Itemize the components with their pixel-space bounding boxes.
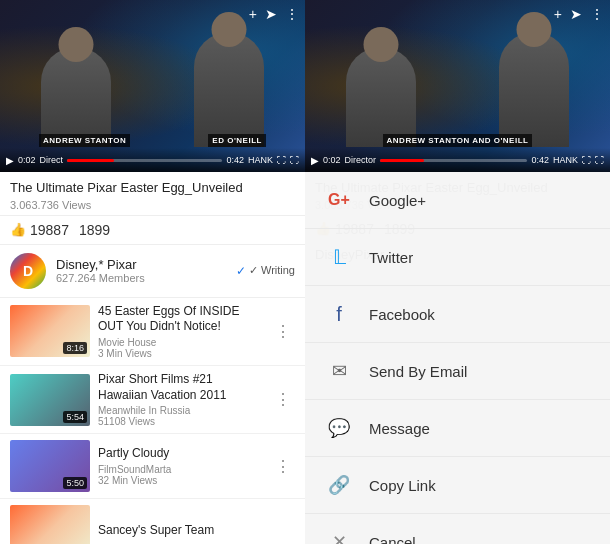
right-screen-icon[interactable]: ⛶ <box>582 155 591 165</box>
share-icon-top[interactable]: ➤ <box>265 6 277 22</box>
right-time-current: 0:02 <box>323 155 341 165</box>
share-copy-link[interactable]: 🔗 Copy Link <box>305 457 610 514</box>
time-label: Direct <box>40 155 64 165</box>
facebook-label: Facebook <box>369 306 435 323</box>
playlist-info-3: Sancey's Super Team <box>98 523 295 539</box>
thumbs-up-icon: 👍 <box>10 222 26 237</box>
channel-row: D Disney,* Pixar 627.264 Members ✓ ✓ Wri… <box>0 245 305 298</box>
person1-silhouette <box>41 47 111 147</box>
person2-silhouette <box>194 32 264 147</box>
right-ctrl-icons: HANK ⛶ ⛶ <box>553 155 604 165</box>
cancel-icon: ✕ <box>325 528 353 544</box>
more-icon-top[interactable]: ⋮ <box>285 6 299 22</box>
share-cancel[interactable]: ✕ Cancel <box>305 514 610 544</box>
right-more-icon-top[interactable]: ⋮ <box>590 6 604 22</box>
playlist-title-2: Partly Cloudy <box>98 446 263 462</box>
list-item[interactable]: 5:54 Pixar Short Films #21 Hawaiian Vaca… <box>0 366 305 434</box>
link-icon: 🔗 <box>325 471 353 499</box>
playlist-title-0: 45 Easter Eggs Of INSIDE OUT You Didn't … <box>98 304 263 335</box>
thumb-3 <box>10 505 90 544</box>
right-fullscreen-icon[interactable]: ⛶ <box>595 155 604 165</box>
cancel-label: Cancel <box>369 534 416 545</box>
playlist-channel-0: Movie House <box>98 337 263 348</box>
video-controls: ▶ 0:02 Direct 0:42 HANK ⛶ ⛶ <box>0 148 305 172</box>
fullscreen-icon[interactable]: ⛶ <box>290 155 299 165</box>
playlist-info-1: Pixar Short Films #21 Hawaiian Vacation … <box>98 372 263 427</box>
playlist-views-1: 51108 Views <box>98 416 263 427</box>
right-add-icon[interactable]: + <box>554 6 562 22</box>
cc-label: HANK <box>248 155 273 165</box>
thumb-0: 8:16 <box>10 305 90 357</box>
progress-fill <box>67 159 114 162</box>
channel-avatar[interactable]: D <box>10 253 46 289</box>
share-email[interactable]: ✉ Send By Email <box>305 343 610 400</box>
playlist-info-2: Partly Cloudy FilmSoundMarta 32 Min View… <box>98 446 263 486</box>
message-label: Message <box>369 420 430 437</box>
ctrl-icons: HANK ⛶ ⛶ <box>248 155 299 165</box>
check-icon: ✓ <box>236 264 246 278</box>
right-progress-bar[interactable] <box>380 159 527 162</box>
playlist-title-3: Sancey's Super Team <box>98 523 295 539</box>
share-message[interactable]: 💬 Message <box>305 400 610 457</box>
right-share-icon-top[interactable]: ➤ <box>570 6 582 22</box>
right-video-top-bar: + ➤ ⋮ <box>554 6 604 22</box>
playlist-channel-2: FilmSoundMarta <box>98 464 263 475</box>
copy-link-label: Copy Link <box>369 477 436 494</box>
thumb-2: 5:50 <box>10 440 90 492</box>
more-button-1[interactable]: ⋮ <box>271 386 295 413</box>
duration-1: 5:54 <box>63 411 87 423</box>
more-button-2[interactable]: ⋮ <box>271 453 295 480</box>
left-panel: ANDREW STANTON ED O'NEILL + ➤ ⋮ ▶ 0:02 D… <box>0 0 305 544</box>
email-label: Send By Email <box>369 363 467 380</box>
thumb-1: 5:54 <box>10 374 90 426</box>
right-video-controls: ▶ 0:02 Director 0:42 HANK ⛶ ⛶ <box>305 148 610 172</box>
right-video[interactable]: ANDREW STANTON And O'NEILL + ➤ ⋮ ▶ 0:02 … <box>305 0 610 172</box>
progress-bar[interactable] <box>67 159 222 162</box>
playlist-views-2: 32 Min Views <box>98 475 263 486</box>
duration-2: 5:50 <box>63 477 87 489</box>
channel-members: 627.264 Members <box>56 272 236 284</box>
dislike-count: 1899 <box>79 222 110 238</box>
time-current: 0:02 <box>18 155 36 165</box>
list-item[interactable]: 8:16 45 Easter Eggs Of INSIDE OUT You Di… <box>0 298 305 366</box>
play-button[interactable]: ▶ <box>6 155 14 166</box>
twitter-icon: 𝕃 <box>325 243 353 271</box>
likes-row: 👍 19887 1899 <box>0 216 305 245</box>
time-total: 0:42 <box>226 155 244 165</box>
person2-name-tag: ED O'NEILL <box>208 134 266 147</box>
message-icon: 💬 <box>325 414 353 442</box>
list-item[interactable]: 5:50 Partly Cloudy FilmSoundMarta 32 Min… <box>0 434 305 499</box>
right-person-name-tag: ANDREW STANTON And O'NEILL <box>383 134 533 147</box>
person1-name-tag: ANDREW STANTON <box>39 134 130 147</box>
right-progress-fill <box>380 159 424 162</box>
right-cc-label: HANK <box>553 155 578 165</box>
like-button[interactable]: 👍 19887 <box>10 222 69 238</box>
facebook-icon: f <box>325 300 353 328</box>
right-person2-silhouette <box>499 32 569 147</box>
right-panel: ANDREW STANTON And O'NEILL + ➤ ⋮ ▶ 0:02 … <box>305 0 610 544</box>
share-facebook[interactable]: f Facebook <box>305 286 610 343</box>
list-item[interactable]: Sancey's Super Team <box>0 499 305 544</box>
channel-name: Disney,* Pixar <box>56 257 236 272</box>
channel-info: Disney,* Pixar 627.264 Members <box>56 257 236 284</box>
share-google-plus[interactable]: G+ Google+ <box>305 172 610 229</box>
google-plus-icon: G+ <box>325 186 353 214</box>
playlist-channel-1: Meanwhile In Russia <box>98 405 263 416</box>
left-video-views: 3.063.736 Views <box>10 199 295 211</box>
playlist-info-0: 45 Easter Eggs Of INSIDE OUT You Didn't … <box>98 304 263 359</box>
duration-0: 8:16 <box>63 342 87 354</box>
right-play-button[interactable]: ▶ <box>311 155 319 166</box>
right-time-label: Director <box>345 155 377 165</box>
left-video-title: The Ultimate Pixar Easter Egg_Unveiled <box>10 180 295 197</box>
left-video[interactable]: ANDREW STANTON ED O'NEILL + ➤ ⋮ ▶ 0:02 D… <box>0 0 305 172</box>
more-button-0[interactable]: ⋮ <box>271 318 295 345</box>
screen-icon[interactable]: ⛶ <box>277 155 286 165</box>
google-plus-label: Google+ <box>369 192 426 209</box>
add-icon[interactable]: + <box>249 6 257 22</box>
right-time-total: 0:42 <box>531 155 549 165</box>
subscribe-button[interactable]: ✓ ✓ Writing <box>236 264 295 278</box>
share-twitter[interactable]: 𝕃 Twitter <box>305 229 610 286</box>
like-count: 19887 <box>30 222 69 238</box>
twitter-label: Twitter <box>369 249 413 266</box>
left-title-area: The Ultimate Pixar Easter Egg_Unveiled 3… <box>0 172 305 216</box>
